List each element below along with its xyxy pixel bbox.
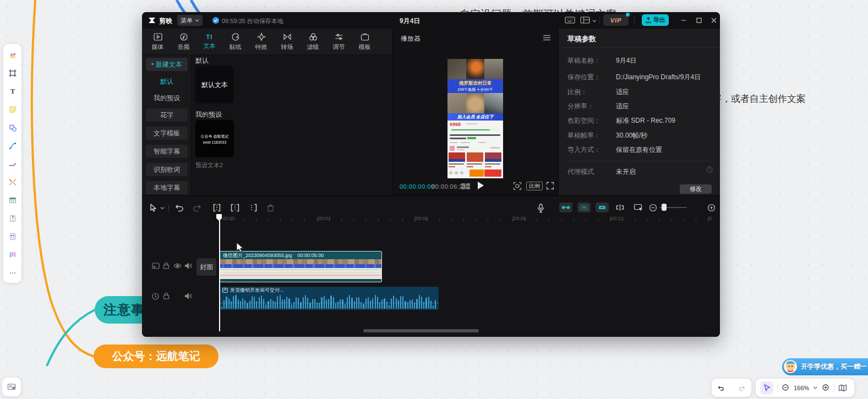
whiteboard-toolbar: T T [3,44,21,283]
video-track-lock-icon[interactable] [163,262,170,269]
preview-focus-icon[interactable] [513,182,522,190]
default-text-tile[interactable]: 默认文本 [195,66,234,103]
export-button[interactable]: 导出 [642,14,669,26]
table-icon[interactable] [6,194,19,207]
tab-filter[interactable]: 滤镜 [300,29,326,54]
record-voiceover-icon[interactable] [537,204,544,213]
player-menu-icon[interactable] [543,35,551,41]
sidebar-item-default[interactable]: 默认 [146,75,188,88]
whiteboard-canvas[interactable]: { "whiteboard": { "left_toolbar_items": … [0,0,868,399]
close-button[interactable] [709,15,719,25]
select-tool-icon[interactable] [150,204,157,212]
timeline-zoom-knob[interactable] [662,204,667,211]
modify-button[interactable]: 修改 [680,184,712,194]
split-left-icon[interactable] [212,204,221,212]
zoom-in-icon[interactable] [822,384,830,392]
board-redo-icon[interactable] [735,381,748,395]
templates-icon[interactable] [6,48,19,62]
video-track-mute-icon[interactable] [184,263,192,269]
zoom-level[interactable]: 166% [794,385,809,391]
mindmap-node-wechat[interactable]: 公众号：远航笔记 [94,345,219,368]
promo-banner[interactable]: 开学季优惠，买一赠一 [782,358,868,375]
help-icon[interactable] [706,166,713,173]
shape-icon[interactable] [6,121,19,134]
shortcut-keyboard-icon[interactable] [565,17,575,24]
zoom-dropdown-chevron-icon[interactable] [813,385,818,390]
document-title: 9月4日 [400,17,420,26]
frame-icon[interactable] [6,67,19,80]
audio-track-type-icon[interactable] [152,293,159,300]
timeline-ruler[interactable] [219,219,717,221]
audio-track-lock-icon[interactable] [163,292,170,299]
audio-clip[interactable]: 发货撤销开发商可交付... [220,287,439,310]
video-clip[interactable]: 微信图片_20230904093055.jpg 00:00:05:00 [220,251,382,282]
promo-mascot-icon [782,358,801,375]
tab-sticker[interactable]: 贴纸 [222,29,248,54]
chevron-down-icon[interactable] [592,19,597,23]
preset-text-tile[interactable]: 公众号 远航笔记 wxid 1183033 [195,120,234,157]
sidebar-item-text-template[interactable]: 文字模板 [146,127,188,140]
board-undo-icon[interactable] [715,381,728,395]
connector-icon[interactable] [6,139,19,152]
minimap-icon[interactable] [838,384,847,392]
preview-axis-toggle[interactable] [596,203,609,212]
menu-button[interactable]: 菜单 [177,15,203,26]
sidebar-item-my-presets[interactable]: 我的预设 [146,91,188,105]
vip-button[interactable]: VIP [603,14,629,26]
tab-audio[interactable]: 音频 [171,29,196,54]
select-tool-chevron-icon[interactable] [160,206,165,210]
tab-adjust[interactable]: 调节 [326,29,352,54]
timeline-zoom-out-icon[interactable] [649,204,657,212]
tab-effects[interactable]: 特效 [248,29,274,54]
tab-template[interactable]: 模板 [352,29,378,54]
video-track-type-icon[interactable] [152,263,160,269]
sidebar-item-lyrics-recognition[interactable]: 识别歌词 [146,163,188,176]
ruler-label: |00:12 [610,216,624,221]
screen-display-icon[interactable] [634,204,643,211]
maximize-button[interactable] [694,15,704,25]
linkage-toggle[interactable] [577,203,591,212]
ratio-button[interactable]: 比例 [526,182,543,190]
cover-button[interactable]: 封面 [196,258,216,276]
tab-transition[interactable]: 转场 [274,29,300,54]
sidebar-item-fancy-text[interactable]: 花字 [146,108,188,122]
preview-collage-row1 [447,59,503,79]
text-icon[interactable]: T [6,85,19,98]
pen-icon[interactable] [6,157,19,171]
audio-track-mute-icon[interactable] [184,293,192,299]
sidebar-item-new-text[interactable]: •新建文本 [146,58,188,71]
notes-doc-icon[interactable] [6,230,19,243]
play-button[interactable] [477,181,484,190]
frame-grid-icon[interactable] [461,183,471,190]
video-track-visibility-icon[interactable] [173,263,182,269]
sidebar-item-smart-captions[interactable]: 智能字幕 [146,145,188,158]
tab-text[interactable]: TI文本 [196,29,222,54]
mindmap-icon[interactable] [6,176,19,189]
magnet-snap-toggle[interactable] [559,203,572,212]
minimize-button[interactable] [679,15,689,25]
tab-media[interactable]: 媒体 [145,29,171,54]
fullscreen-icon[interactable] [546,182,554,190]
more-tools-icon[interactable] [6,266,19,280]
divider [564,161,714,161]
delete-icon[interactable] [266,204,275,212]
layout-switch-icon[interactable] [580,17,590,24]
timeline-scrollbar[interactable] [363,329,479,332]
sticky-note-icon[interactable] [6,103,19,116]
kanban-icon[interactable] [6,248,19,261]
resource-tabbar: 媒体 音频 TI文本 贴纸 特效 转场 滤镜 调节 模板 [142,29,392,55]
split-right-icon[interactable] [249,204,258,212]
split-both-icon[interactable] [231,204,239,212]
zoom-out-icon[interactable] [782,384,790,392]
redo-icon[interactable] [193,204,201,212]
board-settings-button[interactable] [2,378,21,396]
video-preview[interactable]: 俄罗斯农村日常 109个视频 十分钟/个 加入会员 全店任下 ¥998 [447,59,503,178]
preview-banner: 俄罗斯农村日常 109个视频 十分钟/个 [447,79,503,93]
divider [634,17,635,24]
undo-icon[interactable] [175,204,184,212]
document-icon[interactable]: T [6,212,19,225]
sidebar-item-local-captions[interactable]: 本地字幕 [146,181,188,194]
laser-pointer-icon[interactable] [760,381,773,395]
timeline-zoom-fit-icon[interactable] [707,204,716,212]
split-track-icon[interactable] [615,204,625,211]
